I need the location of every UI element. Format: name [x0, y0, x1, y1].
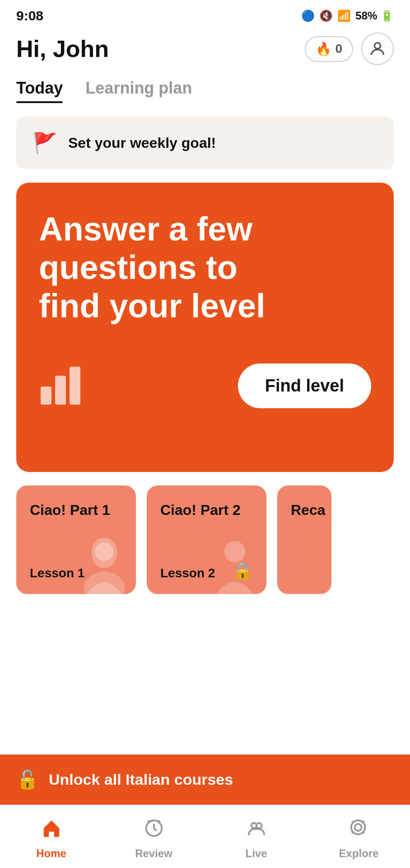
- lesson-card-title-2: Ciao! Part 2: [160, 502, 253, 519]
- bottom-nav: Home Review Live: [0, 805, 410, 868]
- unlock-text: Unlock all Italian courses: [49, 771, 233, 788]
- svg-point-7: [224, 541, 246, 562]
- svg-point-6: [95, 542, 114, 561]
- tab-learning-plan[interactable]: Learning plan: [85, 79, 192, 103]
- nav-home-label: Home: [36, 847, 66, 860]
- nav-live[interactable]: Live: [205, 818, 308, 860]
- svg-point-10: [256, 823, 262, 829]
- status-bar: 9:08 🔵 🔇 📶 58% 🔋: [0, 0, 410, 28]
- svg-line-14: [362, 821, 364, 823]
- live-icon: [246, 818, 267, 844]
- lessons-row: Ciao! Part 1 Lesson 1 Ciao! Part 2 Lesso…: [16, 486, 394, 594]
- svg-rect-3: [70, 367, 80, 405]
- unlock-banner[interactable]: 🔓 Unlock all Italian courses: [0, 755, 410, 805]
- lesson-label-2: Lesson 2: [160, 566, 215, 580]
- svg-rect-1: [41, 387, 51, 405]
- nav-home[interactable]: Home: [0, 818, 102, 860]
- lesson-card-part1[interactable]: Ciao! Part 1 Lesson 1: [16, 486, 136, 594]
- svg-line-15: [352, 832, 354, 834]
- nav-review-label: Review: [135, 847, 172, 860]
- lesson-avatar-1: [77, 535, 131, 594]
- volume-icon: 🔇: [319, 9, 333, 22]
- nav-explore[interactable]: Explore: [308, 818, 410, 860]
- unlock-lock-icon: 🔓: [16, 769, 39, 790]
- hero-title: Answer a few questions to find your leve…: [39, 210, 271, 325]
- chart-icon: [39, 361, 93, 408]
- lesson-card-title: Ciao! Part 1: [30, 502, 122, 519]
- tab-today[interactable]: Today: [16, 79, 63, 103]
- lesson-avatar-2: [208, 535, 262, 594]
- svg-rect-2: [55, 376, 66, 405]
- bluetooth-icon: 🔵: [301, 9, 315, 22]
- lesson-partial-title: Reca: [291, 502, 331, 519]
- lesson-card-partial[interactable]: Reca: [277, 486, 331, 594]
- svg-point-0: [374, 43, 380, 49]
- nav-live-label: Live: [245, 847, 267, 860]
- profile-button[interactable]: [361, 33, 394, 65]
- status-time: 9:08: [16, 8, 43, 24]
- weekly-goal-banner[interactable]: 🚩 Set your weekly goal!: [16, 117, 394, 169]
- svg-line-13: [352, 821, 354, 823]
- lesson-label: Lesson 1: [30, 566, 84, 580]
- header-actions: 🔥 0: [305, 33, 394, 65]
- explore-icon: [349, 818, 369, 844]
- weekly-goal-text: Set your weekly goal!: [68, 135, 216, 151]
- main-content: 🚩 Set your weekly goal! Answer a few que…: [0, 103, 410, 594]
- header: Hi, John 🔥 0: [0, 28, 410, 65]
- home-icon: [41, 818, 62, 844]
- lesson-card-part2[interactable]: Ciao! Part 2 Lesson 2 🔒: [147, 486, 266, 594]
- nav-explore-label: Explore: [339, 847, 378, 860]
- find-level-button[interactable]: Find level: [238, 363, 371, 408]
- hero-card[interactable]: Answer a few questions to find your leve…: [16, 183, 394, 472]
- flag-icon: 🚩: [33, 131, 57, 155]
- status-icons: 🔵 🔇 📶 58% 🔋: [301, 9, 394, 22]
- tabs-container: Today Learning plan: [0, 65, 410, 103]
- streak-badge[interactable]: 🔥 0: [305, 36, 353, 62]
- svg-line-16: [362, 832, 364, 834]
- wifi-icon: 📶: [337, 9, 351, 22]
- streak-count: 0: [335, 42, 342, 56]
- battery-icon: 58% 🔋: [355, 9, 394, 22]
- review-icon: [144, 818, 164, 844]
- greeting-text: Hi, John: [16, 35, 109, 62]
- fire-icon: 🔥: [316, 42, 331, 57]
- hero-card-bottom: Find level: [39, 361, 371, 408]
- svg-point-11: [354, 824, 361, 830]
- nav-review[interactable]: Review: [102, 818, 205, 860]
